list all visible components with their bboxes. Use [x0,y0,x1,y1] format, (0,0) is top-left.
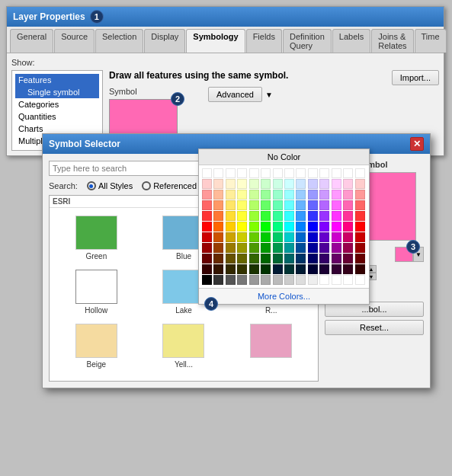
tab-definition-query[interactable]: Definition Query [283,29,332,53]
lp-quantities[interactable]: Quantities [15,110,99,123]
color-cell[interactable] [296,190,306,200]
color-cell[interactable] [249,232,259,242]
fill-color-swatch[interactable]: 3 [395,247,413,262]
symbol-item-pink[interactable] [229,321,313,372]
advanced-button[interactable]: Advanced [208,87,262,102]
color-cell[interactable] [249,168,259,178]
color-cell[interactable] [308,211,318,221]
color-cell[interactable] [308,232,318,242]
color-cell[interactable] [296,254,306,264]
lp-categories[interactable]: Categories [15,98,99,110]
color-cell[interactable] [237,190,247,200]
color-cell[interactable] [261,211,271,221]
color-cell[interactable] [226,179,236,189]
tab-general[interactable]: General [10,29,53,53]
color-cell[interactable] [284,211,294,221]
color-cell[interactable] [308,200,318,210]
tab-time[interactable]: Time [415,29,447,53]
color-cell[interactable] [308,222,318,232]
color-cell[interactable] [202,168,212,178]
color-cell[interactable] [213,211,223,221]
color-cell[interactable] [355,190,365,200]
color-cell[interactable] [237,243,247,253]
color-cell[interactable] [237,200,247,210]
color-cell[interactable] [249,211,259,221]
color-cell[interactable] [284,232,294,242]
color-cell[interactable] [343,275,353,285]
color-cell[interactable] [226,243,236,253]
color-cell[interactable] [319,232,329,242]
color-cell[interactable] [249,243,259,253]
color-cell[interactable] [261,222,271,232]
color-cell[interactable] [237,275,247,285]
color-cell[interactable] [284,222,294,232]
color-cell[interactable] [249,254,259,264]
color-cell[interactable] [261,243,271,253]
color-cell[interactable] [308,243,318,253]
color-cell[interactable] [226,254,236,264]
color-cell[interactable] [319,168,329,178]
color-cell[interactable] [343,190,353,200]
tab-joins-relates[interactable]: Joins & Relates [371,29,413,53]
color-cell[interactable] [296,222,306,232]
color-cell[interactable] [261,200,271,210]
color-cell[interactable] [273,200,283,210]
color-cell[interactable] [296,243,306,253]
no-color-option[interactable]: No Color [199,149,369,165]
lp-single-symbol[interactable]: Single symbol [15,86,99,98]
color-cell[interactable] [226,190,236,200]
color-cell[interactable] [343,243,353,253]
color-cell[interactable] [308,179,318,189]
referenced-styles-radio[interactable] [142,181,151,190]
color-cell[interactable] [213,200,223,210]
color-cell[interactable] [296,200,306,210]
color-cell[interactable] [319,264,329,274]
color-cell[interactable] [284,254,294,264]
color-cell[interactable] [226,275,236,285]
more-colors-option[interactable]: More Colors... [199,288,369,304]
all-styles-radio[interactable] [87,181,96,190]
color-cell[interactable] [332,168,341,178]
symbol-item-yellow2[interactable]: Yell... [142,321,226,372]
color-cell[interactable] [343,232,353,242]
color-cell[interactable] [226,232,236,242]
color-cell[interactable] [249,179,259,189]
color-cell[interactable] [273,211,283,221]
color-cell[interactable] [202,179,212,189]
color-cell[interactable] [273,179,283,189]
close-button[interactable]: ✕ [410,137,424,151]
color-cell[interactable] [237,168,247,178]
color-cell[interactable] [261,168,271,178]
color-cell[interactable] [343,254,353,264]
color-cell[interactable] [213,243,223,253]
color-cell[interactable] [308,190,318,200]
color-cell[interactable] [296,275,306,285]
color-cell[interactable] [355,168,365,178]
tab-symbology[interactable]: Symbology [186,29,245,53]
color-cell[interactable] [202,254,212,264]
color-cell[interactable] [261,190,271,200]
color-cell[interactable] [319,211,329,221]
color-cell[interactable] [319,222,329,232]
all-styles-option[interactable]: All Styles [87,181,133,190]
color-cell[interactable] [296,264,306,274]
color-cell[interactable] [273,190,283,200]
color-cell[interactable] [319,200,329,210]
color-cell[interactable] [284,179,294,189]
color-cell[interactable] [355,254,365,264]
color-cell[interactable] [319,179,329,189]
color-cell[interactable] [284,275,294,285]
color-cell[interactable] [249,222,259,232]
color-cell[interactable] [226,222,236,232]
color-cell[interactable] [202,211,212,221]
color-cell[interactable] [284,243,294,253]
import-button[interactable]: Import... [392,70,439,85]
color-cell[interactable] [237,264,247,274]
color-cell[interactable] [273,264,283,274]
color-cell[interactable] [261,254,271,264]
color-cell[interactable] [249,200,259,210]
color-cell[interactable] [261,232,271,242]
color-cell[interactable] [226,211,236,221]
color-cell[interactable] [249,190,259,200]
tab-selection[interactable]: Selection [95,29,143,53]
